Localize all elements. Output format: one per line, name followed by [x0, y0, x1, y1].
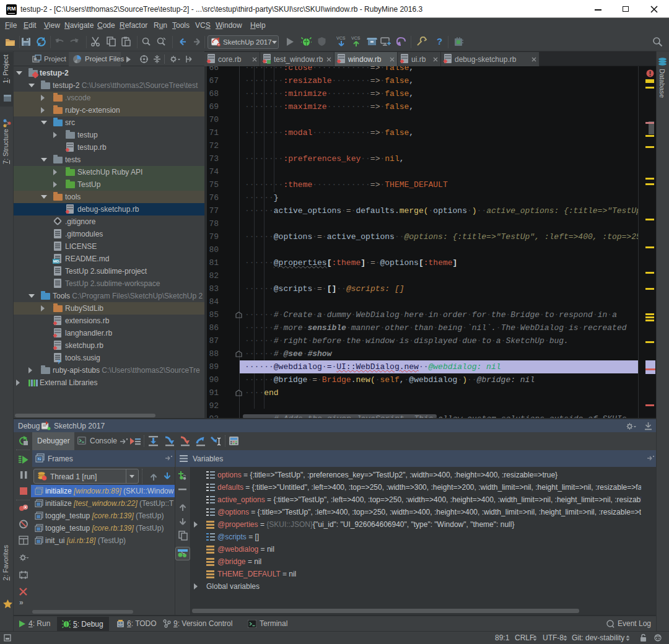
svg-text:VCS: VCS — [336, 36, 346, 40]
svg-text:VCS: VCS — [351, 36, 361, 40]
